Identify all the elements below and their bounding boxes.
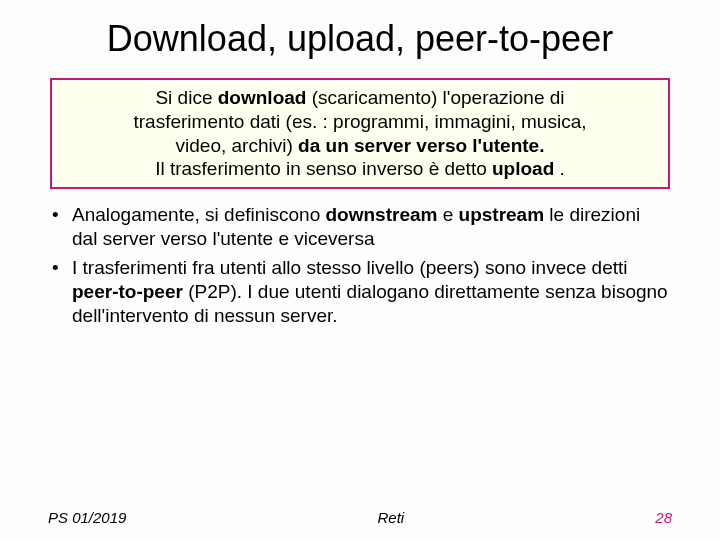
list-item: Analogamente, si definiscono downstream … xyxy=(50,203,670,252)
def-text: Si dice xyxy=(155,87,217,108)
bullet-text: e xyxy=(437,204,458,225)
def-text: Il trasferimento in senso inverso è dett… xyxy=(155,158,492,179)
footer-left: PS 01/2019 xyxy=(48,509,126,526)
footer-center: Reti xyxy=(378,509,405,526)
def-bold-direction: da un server verso l'utente. xyxy=(298,135,544,156)
definition-box: Si dice download (scaricamento) l'operaz… xyxy=(50,78,670,189)
bullet-list: Analogamente, si definiscono downstream … xyxy=(50,203,670,329)
page-number: 28 xyxy=(655,509,672,526)
bullet-bold-downstream: downstream xyxy=(326,204,438,225)
slide-footer: PS 01/2019 Reti 28 xyxy=(0,509,720,526)
def-bold-download: download xyxy=(218,87,307,108)
bullet-text: I trasferimenti fra utenti allo stesso l… xyxy=(72,257,627,278)
def-bold-upload: upload xyxy=(492,158,554,179)
slide-title: Download, upload, peer-to-peer xyxy=(0,0,720,70)
def-text: . xyxy=(554,158,565,179)
bullet-bold-p2p: peer-to-peer xyxy=(72,281,183,302)
def-text: trasferimento dati (es. : programmi, imm… xyxy=(134,111,587,132)
list-item: I trasferimenti fra utenti allo stesso l… xyxy=(50,256,670,329)
def-text: (scaricamento) l'operazione di xyxy=(306,87,564,108)
bullet-bold-upstream: upstream xyxy=(459,204,545,225)
bullet-text: Analogamente, si definiscono xyxy=(72,204,326,225)
def-text: video, archivi) xyxy=(176,135,299,156)
